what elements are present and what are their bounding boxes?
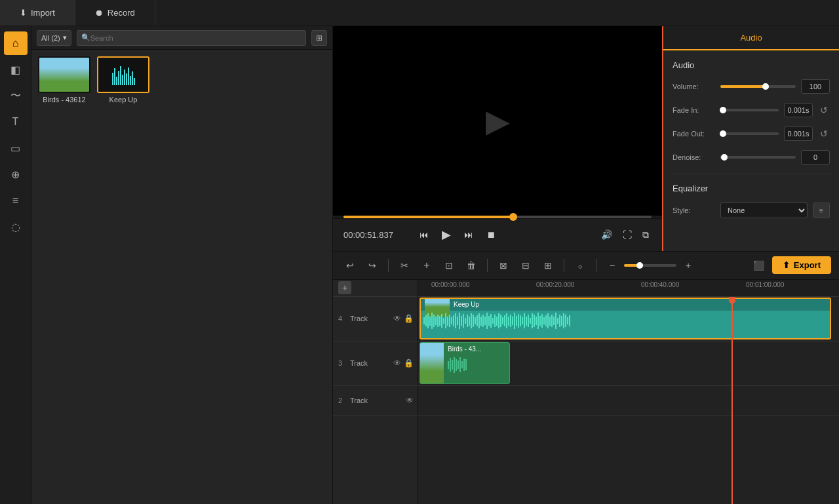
birds-clip[interactable]: Birds - 43... bbox=[420, 342, 510, 384]
media-item-birds[interactable]: Birds - 43612 bbox=[38, 56, 90, 104]
preview-icons: 🔊 ⛶ ⧉ bbox=[598, 227, 652, 243]
marker-button[interactable]: ⬦ bbox=[571, 256, 589, 275]
separator-2 bbox=[487, 259, 488, 272]
volume-label: Volume: bbox=[673, 83, 715, 90]
filter-dropdown[interactable]: All (2) ▾ bbox=[37, 30, 71, 46]
sidebar-effects[interactable]: ⊕ bbox=[4, 163, 28, 186]
keepup-label: Keep Up bbox=[109, 96, 138, 104]
search-box: 🔍 bbox=[77, 30, 306, 46]
fade-out-slider[interactable] bbox=[720, 132, 779, 135]
volume-button[interactable]: 🔊 bbox=[598, 227, 615, 243]
eq-settings-button[interactable]: ≡ bbox=[813, 203, 830, 218]
sidebar-audio[interactable]: 〜 bbox=[4, 84, 28, 107]
sidebar-shapes[interactable]: ▭ bbox=[4, 136, 28, 160]
add-button[interactable]: + bbox=[418, 256, 436, 275]
scale-button[interactable]: ⊞ bbox=[539, 256, 557, 275]
volume-value: 100 bbox=[801, 79, 830, 94]
add-track-button[interactable]: + bbox=[338, 281, 351, 294]
denoise-row: Denoise: 0 bbox=[673, 150, 830, 165]
copy-button[interactable]: ⊡ bbox=[440, 256, 458, 275]
fade-in-row: Fade In: 0.001s ↺ bbox=[673, 103, 830, 117]
export-button[interactable]: ⬆ Export bbox=[772, 256, 831, 274]
progress-fill bbox=[343, 216, 513, 218]
progress-bar[interactable] bbox=[343, 216, 652, 218]
search-input[interactable] bbox=[90, 34, 302, 42]
play-button[interactable]: ▶ bbox=[439, 225, 454, 244]
separator-1 bbox=[388, 259, 389, 272]
birds-clip-title: Birds - 43... bbox=[448, 345, 505, 353]
zoom-minus-button[interactable]: − bbox=[603, 256, 621, 275]
track-name-3: Track bbox=[350, 359, 368, 367]
audio-tab[interactable]: Audio bbox=[663, 26, 839, 50]
audio-tabs: Audio bbox=[663, 26, 839, 51]
sidebar-layers[interactable]: ◧ bbox=[4, 58, 28, 81]
track-number-4: 4 bbox=[338, 315, 346, 322]
sidebar-home[interactable]: ⌂ bbox=[4, 31, 28, 55]
ruler-mark-1: 00:00:20.000 bbox=[536, 280, 574, 297]
sidebar-stickers[interactable]: ≡ bbox=[4, 189, 28, 212]
record-icon: ⏺ bbox=[95, 8, 104, 18]
undo-button[interactable]: ↩ bbox=[341, 256, 359, 275]
toolbar: ↩ ↪ ✂ + ⊡ 🗑 ⊠ ⊟ ⊞ ⬦ − + ⬛ bbox=[333, 251, 839, 280]
style-select[interactable]: None Pop Rock Jazz Classical bbox=[720, 203, 808, 218]
zoom-slider[interactable] bbox=[624, 264, 676, 267]
track-icons-2: 👁 bbox=[406, 396, 414, 405]
eye-icon-2[interactable]: 👁 bbox=[406, 396, 414, 405]
ruler-mark-3: 00:01:00.000 bbox=[746, 280, 784, 297]
volume-row: Volume: 100 bbox=[673, 79, 830, 94]
track-label-header: + bbox=[333, 280, 418, 297]
media-item-keepup[interactable]: Keep Up bbox=[97, 56, 149, 104]
fade-in-reset[interactable]: ↺ bbox=[818, 104, 830, 116]
preview-area: ▶ 00:00:51.837 ⏮ ▶ ⏭ ⏹ bbox=[333, 26, 662, 251]
delete-button[interactable]: 🗑 bbox=[462, 256, 480, 275]
import-label: Import bbox=[31, 8, 55, 18]
birds-label: Birds - 43612 bbox=[43, 96, 85, 104]
lock-icon-3[interactable]: 🔒 bbox=[404, 359, 414, 368]
track-name-2: Track bbox=[350, 397, 368, 404]
zoom-controls: − + bbox=[603, 256, 697, 275]
stop-button[interactable]: ⏹ bbox=[484, 227, 498, 242]
keepup-thumbnail bbox=[97, 56, 149, 93]
zoom-plus-button[interactable]: + bbox=[679, 256, 697, 275]
media-toolbar: All (2) ▾ 🔍 ⊞ bbox=[31, 26, 332, 50]
fullscreen-button[interactable]: ⛶ bbox=[620, 227, 634, 243]
render-button[interactable]: ⬛ bbox=[750, 256, 768, 275]
top-bar: ⬇ Import ⏺ Record bbox=[0, 0, 839, 26]
fade-in-slider[interactable] bbox=[720, 109, 779, 111]
import-button[interactable]: ⬇ Import bbox=[0, 0, 75, 26]
record-button[interactable]: ⏺ Record bbox=[75, 0, 155, 26]
audio-section-title: Audio bbox=[673, 60, 830, 70]
lock-icon-4[interactable]: 🔒 bbox=[404, 314, 414, 323]
split-button[interactable]: ⊠ bbox=[494, 256, 513, 275]
grid-view-button[interactable]: ⊞ bbox=[311, 30, 327, 46]
step-back-button[interactable]: ⏮ bbox=[417, 227, 431, 242]
track-label-2: 2 Track 👁 bbox=[333, 386, 418, 416]
sidebar-text[interactable]: T bbox=[4, 110, 28, 134]
audio-panel: Audio Audio Volume: 100 bbox=[662, 26, 839, 251]
divider bbox=[673, 174, 830, 174]
sidebar-filter[interactable]: ◌ bbox=[4, 215, 28, 239]
import-icon: ⬇ bbox=[20, 8, 27, 18]
timeline: + 4 Track 👁 🔒 3 Track 👁 bbox=[333, 280, 839, 505]
track-row-2 bbox=[418, 386, 839, 416]
timeline-content: 00:00:00.000 00:00:20.000 00:00:40.000 0… bbox=[418, 280, 839, 505]
eye-icon-3[interactable]: 👁 bbox=[393, 359, 401, 368]
pip-button[interactable]: ⧉ bbox=[640, 227, 652, 243]
keepup-clip[interactable]: Keep Up bbox=[420, 298, 831, 339]
crop-button[interactable]: ⊟ bbox=[517, 256, 535, 275]
ruler-mark-2: 00:00:40.000 bbox=[641, 280, 679, 297]
cut-button[interactable]: ✂ bbox=[395, 256, 414, 275]
step-forward-button[interactable]: ⏭ bbox=[461, 227, 476, 242]
redo-button[interactable]: ↪ bbox=[363, 256, 381, 275]
keepup-clip-header: Keep Up bbox=[421, 299, 830, 311]
fade-out-reset[interactable]: ↺ bbox=[818, 128, 830, 140]
fade-in-label: Fade In: bbox=[673, 106, 715, 114]
eye-icon-4[interactable]: 👁 bbox=[393, 314, 401, 323]
denoise-slider[interactable] bbox=[720, 156, 796, 159]
audio-content: Audio Volume: 100 Fade In: bbox=[663, 51, 839, 251]
export-label: Export bbox=[794, 260, 821, 270]
equalizer-section-title: Equalizer bbox=[673, 184, 830, 193]
track-icons-3: 👁 🔒 bbox=[393, 359, 414, 368]
separator-4 bbox=[596, 259, 596, 272]
volume-slider[interactable] bbox=[720, 85, 796, 88]
